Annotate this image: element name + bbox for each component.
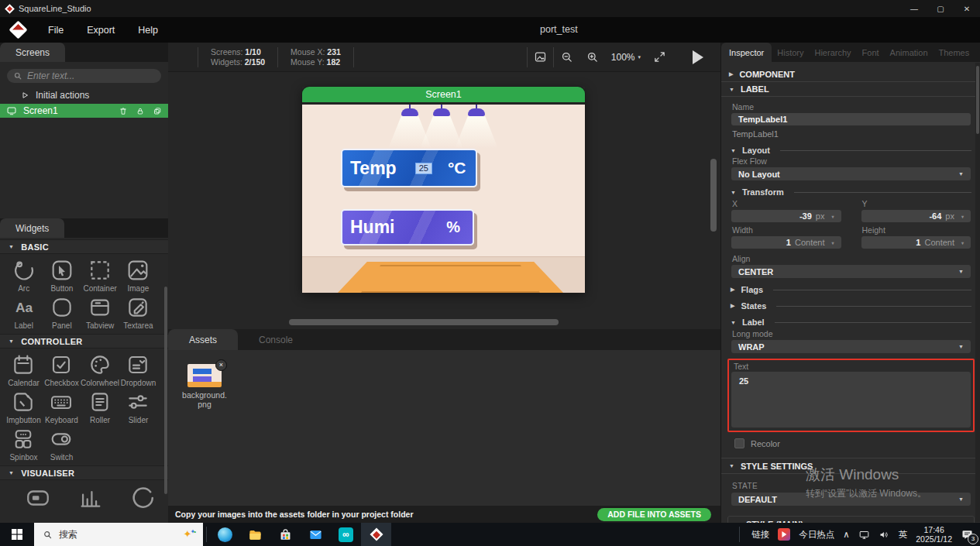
widget-button[interactable]: Button [43,258,81,293]
clock[interactable]: 17:46 2025/1/12 [916,525,952,544]
delete-icon[interactable] [119,106,128,116]
height-input[interactable]: 1 Content ▾ [861,236,971,249]
align-dropdown[interactable]: CENTER ▼ [731,265,971,278]
unit-caret-icon[interactable]: ▾ [831,240,834,246]
taskbar-app-store[interactable] [270,523,301,546]
zoom-in-button[interactable] [579,50,605,64]
widget-panel[interactable]: Panel [43,295,81,330]
widget-spinbox[interactable]: Spinbox [5,427,43,462]
component-section-header[interactable]: ▶ COMPONENT [721,67,980,82]
network-icon[interactable] [858,529,870,541]
temp-value-label-selected[interactable]: 25 [415,163,432,174]
hotspot-label[interactable]: 今日热点 [799,529,834,541]
widget-roller[interactable]: Roller [81,390,119,424]
widget-colorwheel[interactable]: Colorwheel [81,352,119,387]
unit-caret-icon[interactable]: ▾ [961,240,964,246]
canvas-vertical-scrollbar[interactable] [710,159,717,232]
widgets-scrollbar[interactable] [164,287,167,494]
x-input[interactable]: -39 px ▾ [731,210,841,222]
taskbar-app-edge[interactable] [210,523,240,546]
flex-flow-dropdown[interactable]: No Layout ▼ [731,167,971,180]
widget-calendar[interactable]: Calendar [5,352,43,387]
temp-panel-widget[interactable]: Temp 25 °C [341,149,477,187]
recolor-checkbox[interactable] [734,438,744,448]
notification-center-button[interactable]: 3 [961,528,974,541]
remove-asset-icon[interactable]: × [215,359,227,371]
inspector-scrollbar[interactable] [975,63,980,522]
add-file-into-assets-button[interactable]: ADD FILE INTO ASSETS [597,508,711,521]
links-toolbar-label[interactable]: 链接 [751,529,769,541]
widget-slider[interactable]: Slider [119,390,157,424]
text-value-textarea[interactable]: 25 [731,372,971,428]
y-input[interactable]: -64 px ▾ [861,210,971,222]
tab-inspector[interactable]: Inspector [721,43,772,62]
tab-widgets[interactable]: Widgets [0,218,64,238]
lock-icon[interactable] [136,106,145,116]
style-main-section-header[interactable]: ▼ STYLE (MAIN) [727,516,975,523]
taskbar-search-input[interactable]: 搜索 ✦✦• [34,523,203,546]
widget-imgbutton[interactable]: Imgbutton [5,390,43,424]
widget-textarea[interactable]: Textarea [119,295,157,330]
widget-keyboard[interactable]: Keyboard [43,390,81,424]
tab-assets[interactable]: Assets [168,329,238,350]
widget-checkbox[interactable]: Checkbox [43,352,81,387]
minimize-button[interactable]: — [901,0,927,17]
gauge-widget-icon[interactable] [130,485,156,511]
ime-indicator[interactable]: 英 [899,529,908,541]
unit-caret-icon[interactable]: ▾ [831,214,834,219]
tab-font[interactable]: Font [857,43,885,62]
zoom-level-dropdown[interactable]: 100% ▾ [605,52,647,63]
layout-subsection[interactable]: ▼ Layout [731,146,971,155]
asset-thumbnail[interactable]: × [187,364,222,387]
taskbar-app-infinity[interactable]: ∞ [331,523,361,546]
close-button[interactable]: ✕ [954,0,980,17]
asset-item[interactable]: × background.png [181,364,228,409]
canvas-horizontal-scrollbar[interactable] [289,319,559,325]
tray-chevron-up-icon[interactable]: ∧ [843,529,849,540]
states-subsection[interactable]: ▶ States [731,301,971,311]
design-canvas[interactable]: Screen1 Temp 25 °C Humi % [168,72,720,329]
tab-hierarchy[interactable]: Hierarchy [809,43,856,62]
menu-export[interactable]: Export [75,25,126,36]
background-image-button[interactable] [528,50,553,64]
section-controller[interactable]: ▼ CONTROLLER [0,334,168,349]
taskbar-app-squareline[interactable] [361,523,391,546]
tab-history[interactable]: History [772,43,809,62]
initial-actions-item[interactable]: Initial actions [0,88,168,102]
state-dropdown[interactable]: DEFAULT ▼ [731,493,971,506]
widget-arc[interactable]: Arc [5,258,43,293]
maximize-button[interactable]: ▢ [927,0,954,17]
screen-body[interactable]: Temp 25 °C Humi % [302,102,585,293]
long-mode-dropdown[interactable]: WRAP ▼ [731,340,971,353]
screen1-design[interactable]: Screen1 Temp 25 °C Humi % [302,87,585,293]
widget-switch[interactable]: Switch [43,427,81,462]
humi-panel-widget[interactable]: Humi % [341,209,474,246]
transform-subsection[interactable]: ▼ Transform [731,187,971,197]
flags-subsection[interactable]: ▶ Flags [731,285,971,294]
taskbar-app-mail[interactable] [301,523,331,546]
fit-screen-button[interactable] [647,50,672,64]
bar-widget-icon[interactable] [25,485,51,511]
widget-dropdown[interactable]: Dropdown [119,352,157,387]
zoom-out-button[interactable] [554,50,579,64]
width-input[interactable]: 1 Content ▾ [731,236,841,249]
section-basic[interactable]: ▼ BASIC [0,239,168,254]
tab-console[interactable]: Console [238,329,314,350]
start-button[interactable] [0,523,34,546]
name-input[interactable]: TempLabel1 [731,113,971,125]
unit-caret-icon[interactable]: ▾ [961,214,964,219]
taskbar-app-explorer[interactable] [240,523,270,546]
label-subsection[interactable]: ▼ Label [731,318,971,327]
duplicate-icon[interactable] [153,106,162,116]
screens-search-input[interactable]: Enter text... [7,69,161,83]
screen-list-item[interactable]: Screen1 [0,104,168,118]
tab-screens[interactable]: Screens [0,43,65,62]
speaker-icon[interactable] [879,529,890,541]
widget-image[interactable]: Image [119,258,157,293]
widget-label[interactable]: Aa Label [5,295,43,330]
menu-help[interactable]: Help [126,25,170,36]
widget-container[interactable]: Container [81,258,119,293]
screen-title-bar[interactable]: Screen1 [302,87,585,102]
menu-file[interactable]: File [36,25,75,36]
chart-widget-icon[interactable] [77,485,104,511]
